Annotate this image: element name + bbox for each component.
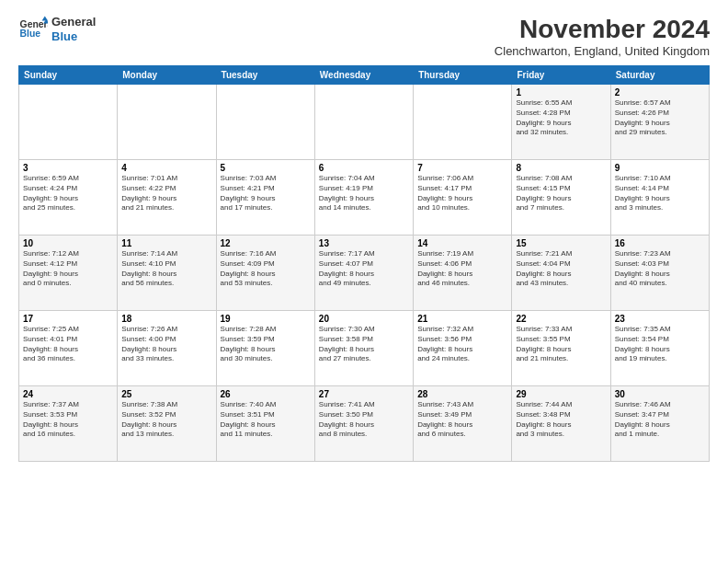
day-number: 23 [615, 314, 705, 324]
day-info: Sunrise: 7:10 AM Sunset: 4:14 PM Dayligh… [615, 174, 705, 213]
table-row: 18Sunrise: 7:26 AM Sunset: 4:00 PM Dayli… [118, 311, 216, 386]
title-block: November 2024 Clenchwarton, England, Uni… [495, 15, 710, 58]
day-info: Sunrise: 7:12 AM Sunset: 4:12 PM Dayligh… [23, 249, 113, 289]
table-row [314, 85, 413, 160]
table-row: 24Sunrise: 7:37 AM Sunset: 3:53 PM Dayli… [19, 386, 118, 462]
day-number: 19 [221, 314, 311, 324]
day-number: 15 [516, 238, 606, 248]
col-tuesday: Tuesday [216, 66, 314, 85]
logo-text-blue: Blue [51, 29, 96, 44]
day-info: Sunrise: 6:57 AM Sunset: 4:26 PM Dayligh… [615, 98, 705, 138]
table-row: 15Sunrise: 7:21 AM Sunset: 4:04 PM Dayli… [512, 236, 610, 311]
day-info: Sunrise: 7:25 AM Sunset: 4:01 PM Dayligh… [23, 325, 113, 364]
day-info: Sunrise: 7:32 AM Sunset: 3:56 PM Dayligh… [417, 325, 507, 364]
day-number: 17 [23, 314, 113, 324]
day-number: 14 [417, 238, 507, 248]
day-info: Sunrise: 7:38 AM Sunset: 3:52 PM Dayligh… [121, 400, 211, 440]
day-info: Sunrise: 7:23 AM Sunset: 4:03 PM Dayligh… [615, 249, 705, 289]
table-row: 7Sunrise: 7:06 AM Sunset: 4:17 PM Daylig… [414, 160, 512, 236]
table-row: 19Sunrise: 7:28 AM Sunset: 3:59 PM Dayli… [216, 311, 314, 386]
day-info: Sunrise: 7:46 AM Sunset: 3:47 PM Dayligh… [615, 400, 705, 440]
col-saturday: Saturday [610, 66, 709, 85]
table-row: 9Sunrise: 7:10 AM Sunset: 4:14 PM Daylig… [610, 160, 709, 236]
day-number: 13 [319, 238, 409, 248]
table-row [19, 85, 118, 160]
day-info: Sunrise: 7:17 AM Sunset: 4:07 PM Dayligh… [319, 249, 409, 289]
table-row: 13Sunrise: 7:17 AM Sunset: 4:07 PM Dayli… [314, 236, 413, 311]
day-number: 26 [221, 389, 311, 399]
page-header: General Blue General Blue November 2024 … [18, 15, 710, 58]
table-row [118, 85, 216, 160]
col-thursday: Thursday [414, 66, 512, 85]
day-info: Sunrise: 7:44 AM Sunset: 3:48 PM Dayligh… [516, 400, 606, 440]
table-row: 21Sunrise: 7:32 AM Sunset: 3:56 PM Dayli… [414, 311, 512, 386]
day-info: Sunrise: 7:28 AM Sunset: 3:59 PM Dayligh… [221, 325, 311, 364]
table-row: 25Sunrise: 7:38 AM Sunset: 3:52 PM Dayli… [118, 386, 216, 462]
table-row: 10Sunrise: 7:12 AM Sunset: 4:12 PM Dayli… [19, 236, 118, 311]
table-row: 17Sunrise: 7:25 AM Sunset: 4:01 PM Dayli… [19, 311, 118, 386]
day-number: 30 [615, 389, 705, 399]
table-row [414, 85, 512, 160]
table-row: 14Sunrise: 7:19 AM Sunset: 4:06 PM Dayli… [414, 236, 512, 311]
day-info: Sunrise: 7:03 AM Sunset: 4:21 PM Dayligh… [221, 174, 311, 213]
table-row: 12Sunrise: 7:16 AM Sunset: 4:09 PM Dayli… [216, 236, 314, 311]
day-info: Sunrise: 7:43 AM Sunset: 3:49 PM Dayligh… [417, 400, 507, 440]
day-number: 24 [23, 389, 113, 399]
day-info: Sunrise: 7:35 AM Sunset: 3:54 PM Dayligh… [615, 325, 705, 364]
day-info: Sunrise: 6:59 AM Sunset: 4:24 PM Dayligh… [23, 174, 113, 213]
day-info: Sunrise: 7:33 AM Sunset: 3:55 PM Dayligh… [516, 325, 606, 364]
day-number: 28 [417, 389, 507, 399]
table-row: 4Sunrise: 7:01 AM Sunset: 4:22 PM Daylig… [118, 160, 216, 236]
day-number: 18 [121, 314, 211, 324]
col-monday: Monday [118, 66, 216, 85]
col-friday: Friday [512, 66, 610, 85]
day-info: Sunrise: 7:30 AM Sunset: 3:58 PM Dayligh… [319, 325, 409, 364]
calendar-week-4: 17Sunrise: 7:25 AM Sunset: 4:01 PM Dayli… [19, 311, 710, 386]
day-info: Sunrise: 7:21 AM Sunset: 4:04 PM Dayligh… [516, 249, 606, 289]
day-info: Sunrise: 7:06 AM Sunset: 4:17 PM Dayligh… [417, 174, 507, 213]
calendar-header-row: Sunday Monday Tuesday Wednesday Thursday… [19, 66, 710, 85]
location: Clenchwarton, England, United Kingdom [495, 44, 710, 58]
day-info: Sunrise: 7:26 AM Sunset: 4:00 PM Dayligh… [121, 325, 211, 364]
table-row: 30Sunrise: 7:46 AM Sunset: 3:47 PM Dayli… [610, 386, 709, 462]
calendar-week-2: 3Sunrise: 6:59 AM Sunset: 4:24 PM Daylig… [19, 160, 710, 236]
logo: General Blue General Blue [18, 15, 96, 44]
day-number: 7 [417, 163, 507, 173]
table-row: 27Sunrise: 7:41 AM Sunset: 3:50 PM Dayli… [314, 386, 413, 462]
table-row: 2Sunrise: 6:57 AM Sunset: 4:26 PM Daylig… [610, 85, 709, 160]
table-row: 8Sunrise: 7:08 AM Sunset: 4:15 PM Daylig… [512, 160, 610, 236]
table-row: 28Sunrise: 7:43 AM Sunset: 3:49 PM Dayli… [414, 386, 512, 462]
day-info: Sunrise: 7:41 AM Sunset: 3:50 PM Dayligh… [319, 400, 409, 440]
calendar-week-1: 1Sunrise: 6:55 AM Sunset: 4:28 PM Daylig… [19, 85, 710, 160]
day-number: 12 [221, 238, 311, 248]
day-number: 29 [516, 389, 606, 399]
logo-text-general: General [51, 15, 96, 29]
table-row: 16Sunrise: 7:23 AM Sunset: 4:03 PM Dayli… [610, 236, 709, 311]
calendar: Sunday Monday Tuesday Wednesday Thursday… [18, 65, 710, 462]
day-number: 4 [121, 163, 211, 173]
month-title: November 2024 [495, 15, 710, 44]
svg-marker-2 [42, 17, 48, 21]
col-wednesday: Wednesday [314, 66, 413, 85]
day-info: Sunrise: 7:14 AM Sunset: 4:10 PM Dayligh… [121, 249, 211, 289]
table-row: 5Sunrise: 7:03 AM Sunset: 4:21 PM Daylig… [216, 160, 314, 236]
day-number: 11 [121, 238, 211, 248]
table-row: 23Sunrise: 7:35 AM Sunset: 3:54 PM Dayli… [610, 311, 709, 386]
day-info: Sunrise: 7:01 AM Sunset: 4:22 PM Dayligh… [121, 174, 211, 213]
day-number: 9 [615, 163, 705, 173]
day-number: 21 [417, 314, 507, 324]
table-row: 20Sunrise: 7:30 AM Sunset: 3:58 PM Dayli… [314, 311, 413, 386]
day-number: 8 [516, 163, 606, 173]
day-number: 27 [319, 389, 409, 399]
table-row: 3Sunrise: 6:59 AM Sunset: 4:24 PM Daylig… [19, 160, 118, 236]
day-number: 25 [121, 389, 211, 399]
calendar-week-5: 24Sunrise: 7:37 AM Sunset: 3:53 PM Dayli… [19, 386, 710, 462]
day-number: 10 [23, 238, 113, 248]
table-row: 6Sunrise: 7:04 AM Sunset: 4:19 PM Daylig… [314, 160, 413, 236]
day-number: 5 [221, 163, 311, 173]
table-row [216, 85, 314, 160]
day-info: Sunrise: 7:37 AM Sunset: 3:53 PM Dayligh… [23, 400, 113, 440]
col-sunday: Sunday [19, 66, 118, 85]
day-info: Sunrise: 7:40 AM Sunset: 3:51 PM Dayligh… [221, 400, 311, 440]
calendar-week-3: 10Sunrise: 7:12 AM Sunset: 4:12 PM Dayli… [19, 236, 710, 311]
